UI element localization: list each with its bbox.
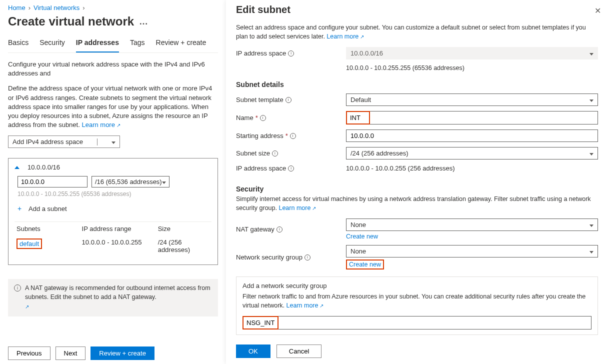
- chevron-right-icon: ›: [28, 4, 30, 12]
- subnet-size: /24 (256 addresses): [158, 238, 212, 254]
- nat-create-new-link[interactable]: Create new: [346, 233, 378, 240]
- section-security: Security: [236, 185, 598, 193]
- tab-ip-addresses[interactable]: IP addresses: [76, 36, 119, 52]
- tab-tags[interactable]: Tags: [130, 36, 145, 52]
- breadcrumb-home[interactable]: Home: [8, 4, 26, 12]
- chevron-down-icon: [590, 96, 594, 104]
- collapse-icon[interactable]: [14, 166, 20, 169]
- info-icon[interactable]: i: [304, 254, 310, 260]
- info-icon[interactable]: i: [286, 97, 292, 103]
- nat-gateway-select[interactable]: None: [346, 218, 598, 231]
- next-button[interactable]: Next: [56, 346, 86, 360]
- label-calc-space: IP address space: [236, 164, 286, 172]
- address-start-input[interactable]: [18, 176, 88, 188]
- label-template: Subnet template: [236, 96, 284, 104]
- learn-more-link[interactable]: Learn more: [286, 302, 324, 309]
- info-icon: i: [14, 284, 21, 292]
- info-icon[interactable]: i: [288, 50, 294, 56]
- label-starting-address: Starting address: [236, 132, 284, 140]
- more-actions-icon[interactable]: …: [139, 16, 148, 27]
- nat-gateway-banner: i A NAT gateway is recommended for outbo…: [8, 279, 218, 316]
- calc-space-text: 10.0.0.0 - 10.0.0.255 (256 addresses): [346, 164, 598, 172]
- page-title: Create virtual network …: [8, 14, 218, 28]
- close-icon[interactable]: ✕: [594, 6, 601, 16]
- tab-basics[interactable]: Basics: [8, 36, 28, 52]
- info-icon[interactable]: i: [290, 133, 296, 139]
- add-nsg-box: Add a network security group Filter netw…: [236, 276, 598, 335]
- subnets-table: Subnets IP address range Size default 10…: [14, 222, 212, 256]
- subnet-name-input[interactable]: [369, 111, 598, 124]
- info-icon[interactable]: i: [260, 115, 266, 121]
- info-icon[interactable]: i: [288, 166, 294, 172]
- label-nsg: Network security group: [236, 254, 302, 261]
- tabs: Basics Security IP addresses Tags Review…: [8, 36, 218, 53]
- security-desc: Simplify internet access for virtual mac…: [236, 195, 598, 212]
- ok-button[interactable]: OK: [236, 344, 270, 358]
- breadcrumb-vnets[interactable]: Virtual networks: [34, 4, 80, 12]
- nsg-create-new-highlight: Create new: [346, 260, 384, 270]
- subnet-default-highlight: default: [16, 238, 42, 249]
- col-size: Size: [158, 225, 212, 232]
- subnet-name-input-highlight[interactable]: [347, 112, 369, 124]
- learn-more-link[interactable]: Learn more: [82, 121, 120, 128]
- previous-button[interactable]: Previous: [8, 346, 50, 360]
- add-address-space-dropdown[interactable]: Add IPv4 address space: [8, 136, 120, 148]
- intro-text-2: Define the address space of your virtual…: [8, 84, 218, 130]
- ip-space-readonly: 10.0.0.0/16: [346, 47, 598, 60]
- nsg-name-input[interactable]: [278, 316, 592, 330]
- breadcrumb: Home › Virtual networks ›: [8, 4, 218, 12]
- learn-more-link[interactable]: Learn more: [326, 33, 364, 40]
- cancel-button[interactable]: Cancel: [276, 344, 322, 358]
- add-nsg-desc: Filter network traffic to and from Azure…: [242, 292, 592, 310]
- wizard-footer: Previous Next Review + create: [8, 346, 154, 360]
- nsg-create-new-link[interactable]: Create new: [347, 260, 383, 268]
- section-subnet-details: Subnet details: [236, 80, 598, 88]
- review-create-button[interactable]: Review + create: [90, 346, 154, 360]
- name-highlight: [346, 111, 370, 124]
- panel-title: Edit subnet: [236, 4, 598, 16]
- banner-learn-more[interactable]: [25, 302, 212, 312]
- ip-space-range-text: 10.0.0.0 - 10.0.255.255 (65536 addresses…: [346, 64, 598, 72]
- add-nsg-title: Add a network security group: [242, 282, 592, 290]
- address-space-cidr: 10.0.0.0/16: [28, 164, 60, 171]
- panel-intro: Select an address space and configure yo…: [236, 24, 598, 41]
- nsg-select[interactable]: None: [346, 245, 598, 258]
- address-size-select[interactable]: /16 (65,536 addresses): [92, 176, 170, 188]
- col-range: IP address range: [82, 225, 158, 232]
- edit-subnet-panel: ✕ Edit subnet Select an address space an…: [226, 0, 608, 364]
- subnet-template-select[interactable]: Default: [346, 94, 598, 106]
- add-subnet-link[interactable]: + Add a subnet: [18, 204, 212, 212]
- label-name: Name: [236, 114, 254, 122]
- chevron-down-icon: [112, 138, 116, 146]
- starting-address-input[interactable]: [346, 130, 598, 142]
- chevron-down-icon: [590, 150, 594, 157]
- learn-more-link[interactable]: Learn more: [278, 204, 316, 212]
- chevron-down-icon: [162, 178, 166, 186]
- chevron-down-icon: [590, 50, 594, 57]
- tab-review[interactable]: Review + create: [156, 36, 206, 52]
- col-subnets: Subnets: [14, 225, 82, 232]
- subnet-size-select[interactable]: /24 (256 addresses): [346, 147, 598, 160]
- panel-footer: OK Cancel: [236, 344, 322, 358]
- info-icon[interactable]: i: [276, 226, 282, 232]
- label-ip-space: IP address space: [236, 50, 286, 57]
- chevron-down-icon: [590, 248, 594, 255]
- nsg-name-highlight: [242, 316, 278, 330]
- info-icon[interactable]: i: [272, 150, 278, 156]
- nsg-name-input-highlight[interactable]: [244, 317, 278, 328]
- chevron-down-icon: [590, 221, 594, 228]
- tab-security[interactable]: Security: [40, 36, 65, 52]
- address-range-text: 10.0.0.0 - 10.0.255.255 (65536 addresses…: [18, 190, 212, 198]
- plus-icon: +: [18, 204, 24, 212]
- label-nat: NAT gateway: [236, 226, 274, 233]
- address-space-card: 10.0.0.0/16 /16 (65,536 addresses) 10.0.…: [8, 158, 218, 265]
- label-subnet-size: Subnet size: [236, 150, 270, 157]
- subnet-range: 10.0.0.0 - 10.0.0.255: [82, 238, 158, 254]
- table-row: default 10.0.0.0 - 10.0.0.255 /24 (256 a…: [14, 236, 212, 256]
- chevron-right-icon: ›: [82, 4, 84, 12]
- subnet-default-link[interactable]: default: [20, 240, 39, 248]
- intro-text-1: Configure your virtual network address s…: [8, 60, 218, 78]
